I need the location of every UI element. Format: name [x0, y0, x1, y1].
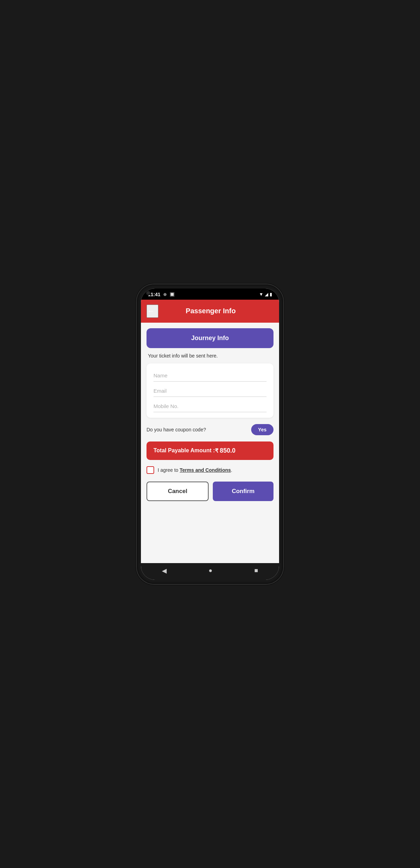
back-button[interactable]: ← [147, 305, 158, 318]
terms-row: I agree to Terms and Conditions. [147, 465, 273, 475]
action-buttons: Cancel Confirm [147, 480, 273, 502]
phone-frame: 11:41 ⊕ 🔲 ▼ ◢ ▮ ← Passenger Info Journey… [137, 284, 283, 584]
back-nav-button[interactable]: ◀ [162, 567, 167, 575]
status-bar-right: ▼ ◢ ▮ [259, 292, 272, 297]
terms-link[interactable]: Terms and Conditions [180, 467, 231, 473]
content-area: Journey Info Your ticket info will be se… [141, 323, 279, 563]
signal-icon: ◢ [265, 292, 268, 297]
media-icon: ⊕ [163, 292, 167, 297]
form-subtitle: Your ticket info will be sent here. [147, 353, 273, 359]
email-input[interactable] [153, 384, 267, 397]
coupon-label: Do you have coupon code? [147, 427, 206, 432]
terms-checkbox[interactable] [147, 466, 154, 474]
cancel-button[interactable]: Cancel [147, 482, 209, 501]
journey-info-button[interactable]: Journey Info [147, 328, 273, 348]
form-card [147, 363, 273, 418]
camera [146, 291, 151, 295]
mobile-input[interactable] [153, 400, 267, 412]
page-title: Passenger Info [158, 307, 263, 315]
home-nav-button[interactable]: ● [209, 567, 212, 574]
recent-nav-button[interactable]: ■ [254, 567, 258, 574]
currency-symbol: ₹ [215, 447, 218, 454]
total-label: Total Payable Amount : [153, 447, 215, 454]
status-bar: 11:41 ⊕ 🔲 ▼ ◢ ▮ [141, 289, 279, 300]
clipboard-icon: 🔲 [170, 292, 175, 297]
status-bar-left: 11:41 ⊕ 🔲 [148, 292, 175, 297]
battery-icon: ▮ [270, 292, 272, 297]
terms-text: I agree to Terms and Conditions. [158, 467, 232, 473]
phone-screen: 11:41 ⊕ 🔲 ▼ ◢ ▮ ← Passenger Info Journey… [141, 289, 279, 580]
top-nav: ← Passenger Info [141, 300, 279, 323]
name-input[interactable] [153, 369, 267, 382]
total-bar: Total Payable Amount : ₹ 850.0 [147, 441, 273, 460]
wifi-icon: ▼ [259, 292, 263, 297]
yes-coupon-button[interactable]: Yes [251, 424, 273, 435]
total-amount: 850.0 [220, 447, 235, 454]
confirm-button[interactable]: Confirm [213, 482, 273, 501]
bottom-nav: ◀ ● ■ [141, 563, 279, 580]
coupon-row: Do you have coupon code? Yes [147, 423, 273, 437]
